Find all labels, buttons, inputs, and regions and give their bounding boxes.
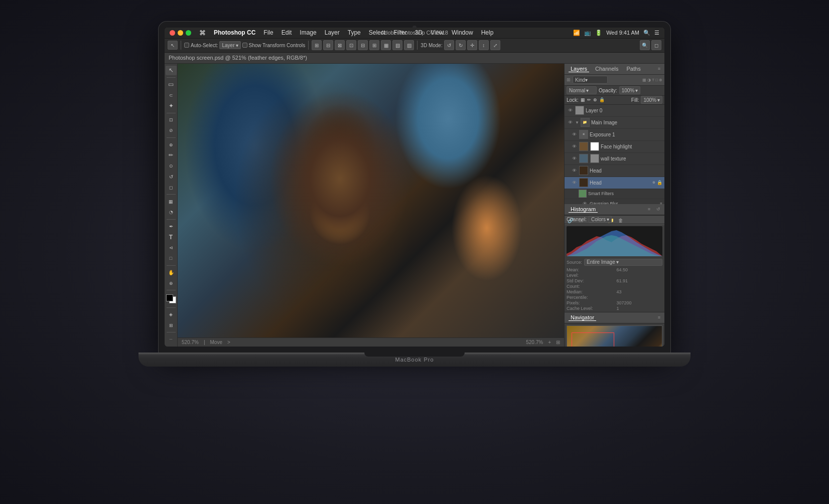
layer-row-head1[interactable]: 👁 Head — [565, 165, 664, 177]
tool-shape[interactable]: □ — [166, 254, 177, 263]
layer-row-wall[interactable]: 👁 wall texture — [565, 153, 664, 165]
smart-filters-row[interactable]: Smart Filters — [565, 189, 664, 199]
canvas[interactable] — [178, 64, 564, 338]
tool-dodge[interactable]: ◔ — [166, 208, 177, 217]
minimize-panel-icon[interactable]: ◻ — [651, 40, 661, 50]
align-top-icon[interactable]: ⊡ — [346, 40, 356, 50]
filter-type-icon[interactable]: T — [652, 78, 654, 82]
apple-menu[interactable]: ⌘ — [195, 29, 210, 37]
auto-select-checkbox[interactable]: Auto-Select: — [184, 43, 218, 48]
filter-adj-icon[interactable]: ◑ — [647, 78, 651, 82]
channel-dropdown[interactable]: Colors ▾ — [589, 216, 612, 223]
align-center-icon[interactable]: ⊟ — [323, 40, 333, 50]
filter-smart-icon[interactable]: ⊕ — [659, 78, 662, 82]
tool-screen-mode[interactable]: ⊞ — [166, 320, 177, 330]
zoom-in-btn[interactable]: + — [548, 340, 551, 345]
tool-text[interactable]: T — [166, 232, 177, 242]
distribute2-icon[interactable]: ▧ — [392, 40, 402, 50]
head1-visibility[interactable]: 👁 — [571, 167, 578, 174]
align-right-icon[interactable]: ⊠ — [335, 40, 345, 50]
menu-type[interactable]: Type — [344, 29, 365, 36]
tool-heal[interactable]: ⊕ — [166, 140, 177, 149]
tab-paths[interactable]: Paths — [625, 66, 643, 72]
3d-rotate-icon[interactable]: ↺ — [444, 40, 454, 50]
minimize-button[interactable] — [178, 30, 183, 36]
tool-brush[interactable]: ✏ — [166, 150, 177, 160]
tab-layers[interactable]: Layers — [569, 66, 589, 72]
fill-input[interactable]: 100% ▾ — [641, 96, 662, 104]
layer-0-visibility[interactable]: 👁 — [567, 107, 574, 114]
navigator-thumbnail[interactable] — [567, 325, 662, 347]
filter-pixel-icon[interactable]: ▦ — [642, 78, 646, 82]
tool-move[interactable]: ↖ — [166, 66, 177, 75]
menu-file[interactable]: File — [259, 29, 277, 36]
menu-layer[interactable]: Layer — [321, 29, 344, 36]
fullscreen-button[interactable] — [186, 30, 191, 36]
blend-mode-dropdown[interactable]: Normal ▾ — [567, 86, 597, 94]
search-workspace-icon[interactable]: 🔍 — [640, 40, 650, 50]
navigator-menu-icon[interactable]: ≡ — [658, 315, 660, 320]
menu-help[interactable]: Help — [477, 29, 498, 36]
tool-pen[interactable]: ✒ — [166, 222, 177, 231]
tool-eyedropper[interactable]: ⊘ — [166, 126, 177, 135]
3d-pan-icon[interactable]: ✛ — [467, 40, 477, 50]
exposure-visibility[interactable]: 👁 — [571, 131, 578, 138]
tool-eraser[interactable]: ◻ — [166, 183, 177, 192]
transform-checkbox[interactable]: Show Transform Controls — [242, 43, 306, 48]
group-expand-icon[interactable]: ▼ — [575, 120, 579, 125]
lock-position-icon[interactable]: ⊕ — [593, 97, 597, 102]
3d-slide-icon[interactable]: ↕ — [479, 40, 489, 50]
distribute3-icon[interactable]: ▨ — [404, 40, 414, 50]
app-name-menu[interactable]: Photoshop CC — [210, 29, 259, 36]
tool-hand[interactable]: ✋ — [166, 268, 177, 277]
layers-panel-menu-icon[interactable]: ≡ — [658, 66, 660, 71]
layer-row-face[interactable]: 👁 Face highlight — [565, 141, 664, 153]
face-visibility[interactable]: 👁 — [571, 143, 578, 150]
distribute-icon[interactable]: ▦ — [381, 40, 391, 50]
menu-window[interactable]: Window — [448, 29, 477, 36]
notification-icon[interactable]: ☰ — [654, 30, 659, 36]
search-icon[interactable]: 🔍 — [643, 30, 650, 36]
source-dropdown[interactable]: Entire Image ▾ — [584, 259, 662, 266]
wall-visibility[interactable]: 👁 — [571, 155, 578, 162]
tool-select-rect[interactable]: ▭ — [166, 80, 177, 89]
tool-clone[interactable]: ⊙ — [166, 161, 177, 171]
navigator-title[interactable]: Navigator — [569, 314, 596, 321]
layer-dropdown[interactable]: Layer ▾ — [219, 41, 240, 49]
menu-edit[interactable]: Edit — [278, 29, 296, 36]
align-left-icon[interactable]: ⊞ — [312, 40, 322, 50]
tool-magic-wand[interactable]: ✦ — [166, 101, 177, 110]
menu-image[interactable]: Image — [296, 29, 320, 36]
lock-all-icon[interactable]: 🔒 — [599, 97, 605, 102]
3d-roll-icon[interactable]: ↻ — [456, 40, 466, 50]
align-bottom-icon[interactable]: ⊞ — [369, 40, 379, 50]
tool-mask-mode[interactable]: ◈ — [166, 310, 177, 319]
opacity-input[interactable]: 100% ▾ — [619, 86, 641, 94]
lock-transparent-icon[interactable]: ▦ — [581, 97, 585, 102]
foreground-background-colors[interactable] — [166, 294, 176, 303]
tool-gradient[interactable]: ▦ — [166, 197, 177, 206]
close-button[interactable] — [170, 30, 175, 36]
layer-row-main[interactable]: 👁 ▼ 📁 Main Image — [565, 117, 664, 129]
filter-shape-icon[interactable]: □ — [655, 78, 658, 82]
tool-history[interactable]: ↺ — [166, 172, 177, 182]
zoom-expand-btn[interactable]: ⊞ — [556, 340, 560, 345]
histogram-menu-icon[interactable]: ≡ — [648, 207, 650, 212]
tab-channels[interactable]: Channels — [593, 66, 620, 72]
tool-more[interactable]: ··· — [166, 334, 177, 344]
layer-row-0[interactable]: 👁 Layer 0 — [565, 105, 664, 117]
lock-image-icon[interactable]: ✏ — [587, 97, 591, 102]
align-middle-icon[interactable]: ⊟ — [358, 40, 368, 50]
head2-visibility[interactable]: 👁 — [571, 179, 578, 186]
3d-scale-icon[interactable]: ⤢ — [490, 40, 500, 50]
main-img-visibility[interactable]: 👁 — [567, 119, 574, 126]
layers-kind-dropdown[interactable]: Kind ▾ — [573, 76, 608, 84]
layer-row-head2[interactable]: 👁 Head ⊕ 🔒 — [565, 177, 664, 189]
layer-row-exposure[interactable]: 👁 ☀ Exposure 1 — [565, 129, 664, 141]
histogram-title[interactable]: Histogram — [569, 206, 598, 213]
tool-crop[interactable]: ⊡ — [166, 115, 177, 124]
nav-viewport-indicator[interactable] — [572, 332, 614, 347]
tool-path-select[interactable]: ⊲ — [166, 243, 177, 252]
tool-lasso[interactable]: ⊂ — [166, 90, 177, 100]
histogram-refresh-icon[interactable]: ↺ — [656, 207, 660, 212]
